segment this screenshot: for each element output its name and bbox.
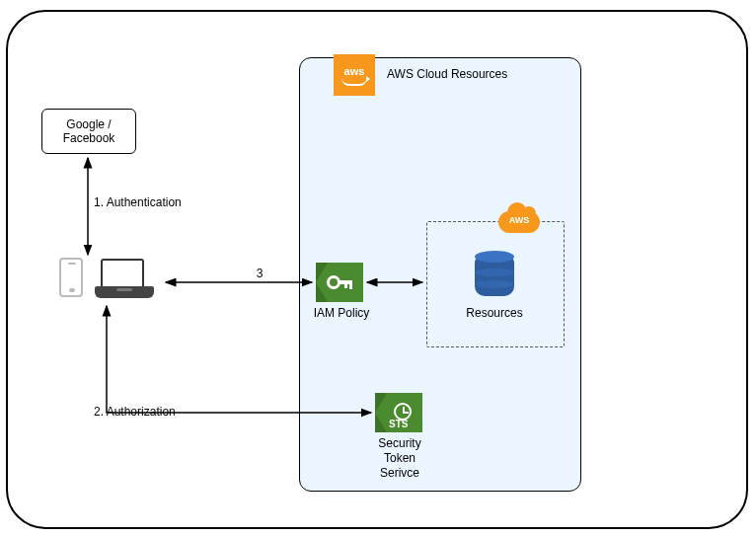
aws-smile-icon — [341, 78, 367, 86]
idp-box: Google / Facebook — [41, 109, 136, 154]
database-icon — [475, 251, 514, 298]
iam-policy-label: IAM Policy — [310, 306, 373, 321]
key-icon — [327, 275, 352, 289]
laptop-icon — [95, 259, 154, 300]
idp-label: Google / Facebook — [63, 117, 115, 146]
iam-policy-icon — [316, 263, 363, 302]
access-step-label: 3 — [250, 267, 269, 281]
phone-icon — [59, 258, 83, 297]
laptop-screen — [101, 259, 144, 288]
authn-step-label: 1. Authentication — [94, 195, 202, 210]
laptop-base — [95, 286, 154, 298]
aws-cloud-icon: AWS — [498, 207, 540, 233]
aws-logo-text: aws — [344, 65, 365, 77]
aws-cloud-text: AWS — [498, 215, 540, 225]
sts-icon: STS — [375, 393, 422, 432]
aws-cloud-title: AWS Cloud Resources — [387, 67, 507, 81]
aws-logo-icon: aws — [334, 54, 375, 96]
authz-step-label: 2. Authorization — [94, 405, 202, 420]
resources-label: Resources — [462, 306, 527, 321]
sts-badge: STS — [389, 419, 408, 429]
sts-label: Security Token Serivce — [371, 436, 428, 481]
